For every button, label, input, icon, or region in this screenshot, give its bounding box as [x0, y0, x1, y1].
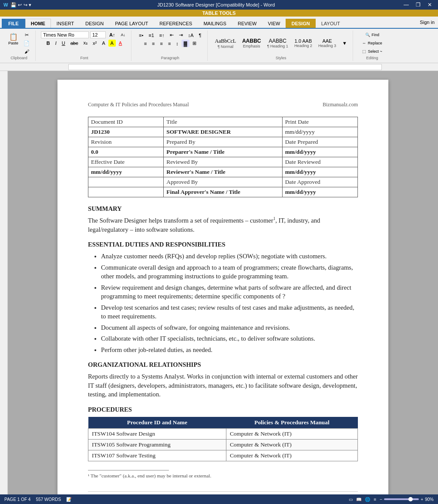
zoom-bar: − + 90%	[380, 497, 434, 502]
align-center-button[interactable]: ≡	[150, 40, 157, 47]
list-item: Communicate overall design and approach …	[101, 263, 358, 281]
style-heading2[interactable]: 1.0 AAB Heading 2	[292, 37, 314, 49]
list-item: Perform other job-related duties, as nee…	[101, 345, 358, 355]
styles-more-button[interactable]: ▼	[340, 40, 349, 47]
proc-row-1-manual: Computer & Network (IT)	[226, 428, 357, 439]
list-item: Collaborate with other IT specialists, t…	[101, 334, 358, 343]
title-bar-controls: — ❐ ✕	[401, 2, 435, 8]
increase-indent-button[interactable]: ⇥	[177, 31, 185, 39]
zoom-thumb	[408, 497, 413, 501]
footnote: ¹ The "customer" (a.k.a., end user) may …	[88, 473, 358, 478]
table-row: Revision Prepared By Date Prepared	[88, 137, 358, 147]
subscript-button[interactable]: x₂	[81, 39, 90, 47]
strikethrough-button[interactable]: abc	[68, 40, 81, 47]
styles-buttons: AaBbCcL ¶ Normal AABBC Emphasis AABBC ¶ …	[213, 37, 349, 50]
main-area: Computer & IT Policies and Procedures Ma…	[0, 71, 438, 504]
replace-button[interactable]: ↔ Replace	[360, 40, 384, 47]
font-name-input[interactable]	[41, 31, 89, 38]
numbered-list-button[interactable]: ≡1	[146, 31, 156, 39]
table-row: 0.0 Preparer's Name / Title mm/dd/yyyy	[88, 147, 358, 157]
table-row: Effective Date Reviewed By Date Reviewed	[88, 157, 358, 167]
style-emphasis[interactable]: AABBC Emphasis	[240, 37, 263, 50]
view-normal-icon[interactable]: ▭	[349, 497, 353, 502]
sign-in[interactable]: Sign in	[346, 20, 438, 25]
align-right-button[interactable]: ≡	[158, 40, 165, 47]
copy-button[interactable]: 📄	[21, 40, 32, 47]
font-size-input[interactable]	[90, 31, 106, 38]
justify-button[interactable]: ≡	[166, 40, 173, 47]
tab-file[interactable]: FILE	[2, 19, 25, 28]
align-buttons: ≡ ≡ ≡ ≡ ↕ ▓ ⊞	[142, 40, 199, 47]
replace-icon: ↔	[362, 41, 366, 45]
zoom-slider[interactable]	[384, 498, 419, 500]
tab-home[interactable]: HOME	[25, 19, 51, 28]
proc-row-2-manual: Computer & Network (IT)	[226, 439, 357, 450]
tab-table-design[interactable]: DESIGN	[286, 19, 315, 28]
superscript-button[interactable]: x²	[91, 40, 99, 47]
list-item: Document all aspects of software, for on…	[101, 323, 358, 332]
shrink-font-button[interactable]: A↓	[118, 32, 128, 38]
shading-button[interactable]: ▓	[182, 40, 189, 47]
table-row: ITSW104 Software Design Computer & Netwo…	[88, 428, 358, 439]
table-row: ITSW107 Software Testing Computer & Netw…	[88, 450, 358, 461]
clear-format-button[interactable]: A	[100, 40, 107, 47]
style-normal[interactable]: AaBbCcL ¶ Normal	[213, 37, 239, 50]
tab-mailings[interactable]: MAILINGS	[198, 19, 232, 28]
word-count: 557 WORDS	[36, 497, 61, 502]
tab-view[interactable]: VIEW	[262, 19, 286, 28]
view-outline-icon[interactable]: ≡	[374, 497, 376, 502]
style-heading1[interactable]: AABBC ¶ Heading 1	[265, 37, 290, 50]
cut-button[interactable]: ✂	[21, 31, 32, 39]
underline-button[interactable]: U	[60, 40, 67, 47]
select-icon: ⬚	[362, 49, 366, 54]
tab-table-layout[interactable]: LAYOUT	[316, 19, 346, 28]
font-group: A↑ A↓ B I U abc x₂ x² A A A Font	[37, 30, 131, 61]
line-spacing-button[interactable]: ↕	[174, 40, 181, 47]
paste-button[interactable]: 📋 Paste	[6, 31, 20, 55]
table-row: Approved By Date Approved	[88, 177, 358, 187]
status-bar-left: PAGE 1 OF 4 557 WORDS 📝	[4, 497, 71, 502]
font-color-button[interactable]: A	[117, 40, 124, 47]
status-bar: PAGE 1 OF 4 557 WORDS 📝 ▭ 📖 🌐 ≡ − + 90%	[0, 494, 438, 504]
tab-page-layout[interactable]: PAGE LAYOUT	[109, 19, 154, 28]
minimize-button[interactable]: —	[401, 2, 411, 8]
editing-controls: 🔍 Find ↔ Replace ⬚ Select ~	[360, 31, 384, 55]
styles-content: AaBbCcL ¶ Normal AABBC Emphasis AABBC ¶ …	[213, 31, 349, 55]
show-marks-button[interactable]: ¶	[197, 31, 204, 39]
close-button[interactable]: ✕	[425, 2, 435, 8]
multilevel-list-button[interactable]: ≡↑	[157, 31, 167, 39]
tab-insert[interactable]: INSERT	[51, 19, 80, 28]
grow-font-button[interactable]: A↑	[107, 31, 117, 38]
paragraph-group: ≡• ≡1 ≡↑ ⇤ ⇥ ↕A ¶ ≡ ≡ ≡ ≡ ↕ ▓ ⊞	[133, 30, 208, 61]
select-button[interactable]: ⬚ Select ~	[360, 48, 384, 55]
bold-button[interactable]: B	[44, 40, 52, 47]
proc-row-1-name: ITSW104 Software Design	[88, 428, 226, 439]
zoom-minus-button[interactable]: −	[380, 497, 382, 502]
page-header-left: Computer & IT Policies and Procedures Ma…	[88, 101, 189, 108]
italic-button[interactable]: I	[53, 40, 59, 47]
view-reading-icon[interactable]: 📖	[356, 497, 361, 502]
proc-row-3-name: ITSW107 Software Testing	[88, 450, 226, 461]
zoom-plus-button[interactable]: +	[421, 497, 423, 502]
sort-button[interactable]: ↕A	[186, 31, 196, 39]
highlight-button[interactable]: A	[108, 40, 116, 47]
borders-button[interactable]: ⊞	[190, 40, 199, 47]
restore-button[interactable]: ❐	[413, 2, 423, 8]
tab-design[interactable]: DESIGN	[80, 19, 109, 28]
paragraph-controls: ≡• ≡1 ≡↑ ⇤ ⇥ ↕A ¶ ≡ ≡ ≡ ≡ ↕ ▓ ⊞	[137, 31, 204, 55]
proc-row-3-manual: Computer & Network (IT)	[226, 450, 357, 461]
align-left-button[interactable]: ≡	[142, 40, 149, 47]
style-heading3[interactable]: AAE Heading 3	[316, 37, 338, 49]
word-icon: W	[3, 2, 8, 7]
org-heading: ORGANIZATIONAL RELATIONSHIPS	[88, 361, 358, 369]
view-web-icon[interactable]: 🌐	[365, 497, 370, 502]
proc-row-2-name: ITSW105 Software Programming	[88, 439, 226, 450]
tab-review[interactable]: REVIEW	[232, 19, 262, 28]
decrease-indent-button[interactable]: ⇤	[168, 31, 176, 39]
bullet-list-button[interactable]: ≡•	[137, 31, 145, 39]
ribbon: FILE HOME INSERT DESIGN PAGE LAYOUT REFE…	[0, 17, 438, 63]
find-icon: 🔍	[365, 33, 370, 37]
format-painter-button[interactable]: 🖌	[21, 48, 32, 55]
find-button[interactable]: 🔍 Find	[363, 31, 382, 38]
tab-references[interactable]: REFERENCES	[154, 19, 198, 28]
